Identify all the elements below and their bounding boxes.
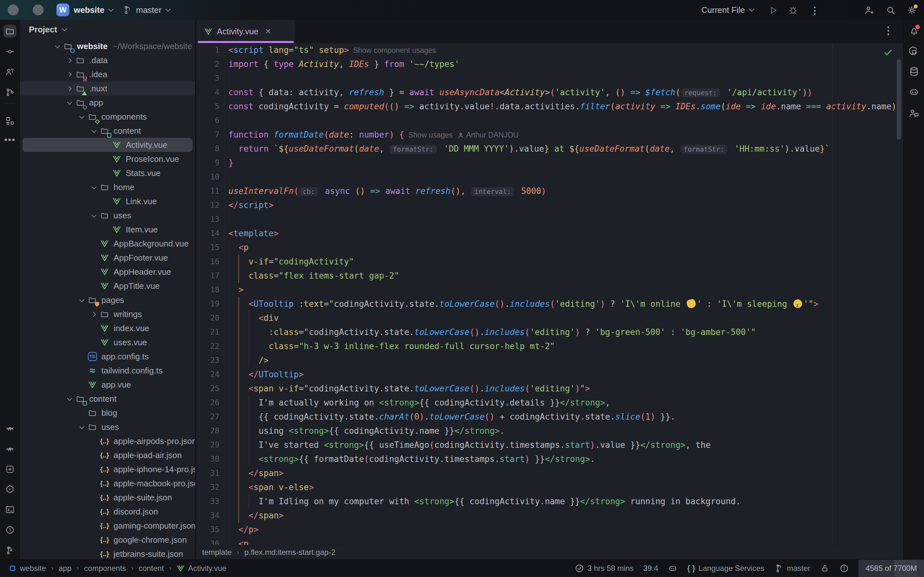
tree-item-apple-suite-json[interactable]: {..}apple-suite.json (20, 490, 195, 504)
chevron-expanded-icon[interactable] (64, 98, 74, 107)
code-line-25[interactable]: 25 <span v-if="codingActivity.state.toLo… (196, 382, 903, 396)
line-number[interactable]: 21 (196, 325, 220, 339)
lock-widget[interactable] (820, 564, 830, 573)
tree-item-index-vue[interactable]: index.vue (20, 321, 195, 335)
tree-item-discord-json[interactable]: {..}discord.json (20, 504, 195, 519)
chevron-expanded-icon[interactable] (89, 211, 98, 220)
project-panel-header[interactable]: Project (20, 20, 195, 39)
copilot-status[interactable] (668, 564, 678, 573)
run-config-selector[interactable]: Current File (701, 0, 753, 20)
line-number[interactable]: 15 (196, 240, 220, 255)
users-question-icon[interactable] (3, 65, 16, 78)
debug-button[interactable] (787, 4, 800, 17)
more-actions-button[interactable]: ⋮ (809, 4, 821, 17)
editor-scrollbar[interactable] (897, 59, 901, 139)
line-number[interactable]: 13 (196, 212, 220, 226)
line-number[interactable]: 29 (196, 438, 220, 452)
run-button[interactable] (767, 4, 780, 17)
line-number[interactable]: 34 (196, 508, 220, 522)
tree-item-uses[interactable]: uses (20, 420, 195, 434)
code-line-29[interactable]: 29 I've started <strong>{{ useTimeAgo(co… (196, 438, 903, 452)
status-path-app[interactable]: app (59, 564, 71, 573)
line-number[interactable]: 30 (196, 452, 220, 466)
tree-item-website[interactable]: website~/Workspace/website (20, 39, 195, 53)
tree-item--nuxt[interactable]: .nuxt (20, 81, 195, 95)
line-number[interactable]: 28 (196, 424, 220, 438)
line-number[interactable]: 35 (196, 522, 220, 537)
tree-item-activity-vue[interactable]: Activity.vue (23, 138, 192, 152)
tree-item-uses[interactable]: uses (20, 208, 195, 222)
chevron-expanded-icon[interactable] (76, 112, 86, 121)
terminal-icon[interactable] (3, 503, 16, 516)
tree-item-apple-ipad-air-json[interactable]: {..}apple-ipad-air.json (20, 448, 195, 462)
notifications-icon[interactable] (907, 24, 921, 38)
git-branch-icon[interactable] (3, 544, 16, 557)
line-number[interactable]: 24 (196, 367, 220, 382)
tree-item-blog[interactable]: blog (20, 406, 195, 420)
tree-item-tailwind-config-ts[interactable]: ≈tailwind.config.ts (20, 364, 195, 378)
code-line-5[interactable]: 5const codingActivity = computed(() => a… (196, 99, 903, 113)
tree-item-app-config-ts[interactable]: TSapp.config.ts (20, 350, 195, 364)
tree-item-writings[interactable]: writings (20, 307, 195, 321)
code-line-3[interactable]: 3 (196, 71, 903, 85)
database-icon[interactable] (907, 65, 921, 78)
line-number[interactable]: 5 (196, 99, 220, 113)
tree-item--data[interactable]: .data (20, 53, 195, 67)
r-plugin-icon[interactable]: R (3, 443, 16, 456)
tree-item-home[interactable]: home (20, 180, 195, 194)
project-switcher[interactable]: website (74, 0, 112, 20)
code-line-1[interactable]: 1<script lang="ts" setup> Show component… (196, 43, 903, 57)
code-line-26[interactable]: 26 I'm actually working on <strong>{{ co… (196, 396, 903, 410)
modules-icon[interactable] (3, 114, 16, 127)
chevron-expanded-icon[interactable] (52, 41, 61, 51)
code-line-11[interactable]: 11useIntervalFn(cb: async () => await re… (196, 184, 903, 198)
line-number[interactable]: 32 (196, 480, 220, 494)
code-line-16[interactable]: 16 v-if="codingActivity" (196, 255, 903, 269)
tree-item-content[interactable]: content (20, 392, 195, 406)
line-number[interactable]: 14 (196, 226, 220, 240)
tree-item-google-chrome-json[interactable]: {..}google-chrome.json (20, 533, 195, 547)
chevron-collapsed-icon[interactable] (64, 69, 74, 79)
git-branch-widget[interactable]: master (774, 564, 811, 573)
line-number[interactable]: 31 (196, 466, 220, 480)
tab-activity-vue[interactable]: Activity.vue ✕ (196, 20, 295, 43)
code-line-23[interactable]: 23 /> (196, 353, 903, 367)
code-line-12[interactable]: 12</script> (196, 198, 903, 212)
code-line-30[interactable]: 30 <strong>{{ formatDate(codingActivity.… (196, 452, 903, 466)
code-line-20[interactable]: 20 <div (196, 311, 903, 325)
code-line-17[interactable]: 17 class="flex items-start gap-2" (196, 269, 903, 283)
chevron-expanded-icon[interactable] (64, 394, 74, 404)
tree-item-appbackground-vue[interactable]: AppBackground.vue (20, 237, 195, 251)
tree-item-item-vue[interactable]: Item.vue (20, 222, 195, 237)
line-number[interactable]: 1 (196, 43, 220, 57)
chevron-collapsed-icon[interactable] (89, 309, 98, 319)
branch-switcher[interactable]: master (123, 0, 169, 20)
tree-item-apple-airpods-pro-json[interactable]: {..}apple-airpods-pro.json (20, 434, 195, 448)
node-run-icon[interactable] (3, 483, 16, 496)
tree-item-app[interactable]: app (20, 95, 195, 110)
code-line-32[interactable]: 32 <span v-else> (196, 480, 903, 494)
chevron-collapsed-icon[interactable] (64, 55, 74, 65)
line-number[interactable]: 22 (196, 339, 220, 353)
code-line-22[interactable]: 22 class="h-3 w-3 inline-flex rounded-fu… (196, 339, 903, 353)
status-path-components[interactable]: components (84, 564, 126, 573)
line-number[interactable]: 10 (196, 170, 220, 184)
tree-item-pages[interactable]: pages (20, 293, 195, 307)
line-number[interactable]: 9 (196, 156, 220, 170)
chevron-expanded-icon[interactable] (89, 126, 98, 135)
search-everywhere-button[interactable] (884, 4, 897, 17)
breadcrumb-template[interactable]: template (202, 548, 232, 557)
tree-item-uses-vue[interactable]: uses.vue (20, 335, 195, 350)
breadcrumb-element[interactable]: p.flex.md:items-start.gap-2 (244, 548, 335, 557)
code-line-15[interactable]: 15 <p (196, 240, 903, 255)
code-line-24[interactable]: 24 </UTooltip> (196, 367, 903, 382)
chevron-expanded-icon[interactable] (76, 295, 86, 305)
tree-item-apple-iphone-14-pro-json[interactable]: {..}apple-iphone-14-pro.json (20, 462, 195, 476)
chevron-collapsed-icon[interactable] (64, 84, 74, 93)
minimize-button[interactable] (33, 5, 44, 15)
ai-star-icon[interactable] (3, 463, 16, 476)
code-line-21[interactable]: 21 :class="codingActivity.state.toLowerC… (196, 325, 903, 339)
problems-widget[interactable] (839, 564, 849, 573)
code-line-9[interactable]: 9} (196, 156, 903, 170)
tree-item-apptitle-vue[interactable]: AppTitle.vue (20, 279, 195, 293)
